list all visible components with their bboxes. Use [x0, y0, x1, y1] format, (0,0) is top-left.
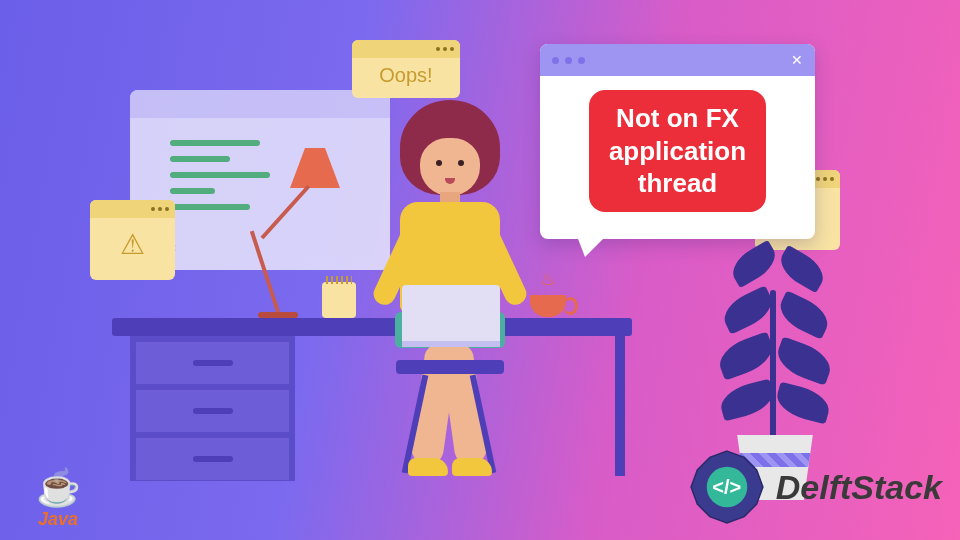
error-dialog: ✕ Not on FX application thread [540, 44, 815, 239]
drawer [136, 342, 289, 384]
warning-icon: ⚠ [90, 218, 175, 271]
java-cup-icon: ☕ [18, 467, 98, 509]
error-message: Not on FX application thread [589, 90, 766, 212]
oops-window: Oops! [352, 40, 460, 98]
speech-tail [575, 231, 611, 257]
window-header [90, 200, 175, 218]
error-line: thread [609, 167, 746, 200]
delftstack-text: DelftStack [776, 468, 942, 507]
oops-label: Oops! [352, 58, 460, 97]
java-logo: ☕ Java [18, 467, 98, 530]
window-header [352, 40, 460, 58]
error-line: Not on FX [609, 102, 746, 135]
code-icon: </> [712, 476, 741, 499]
warning-window: ⚠ [90, 200, 175, 280]
java-text: Java [18, 509, 98, 530]
person-illustration [340, 100, 560, 480]
desk-leg [615, 336, 625, 476]
drawer [136, 390, 289, 432]
dialog-body: Not on FX application thread [540, 76, 815, 226]
dialog-header: ✕ [540, 44, 815, 76]
laptop [402, 285, 500, 347]
error-line: application [609, 135, 746, 168]
close-icon: ✕ [791, 52, 803, 68]
delftstack-logo: </> DelftStack [688, 448, 942, 526]
delftstack-badge: </> [688, 448, 766, 526]
drawer [136, 438, 289, 480]
desk-drawers [130, 336, 295, 481]
